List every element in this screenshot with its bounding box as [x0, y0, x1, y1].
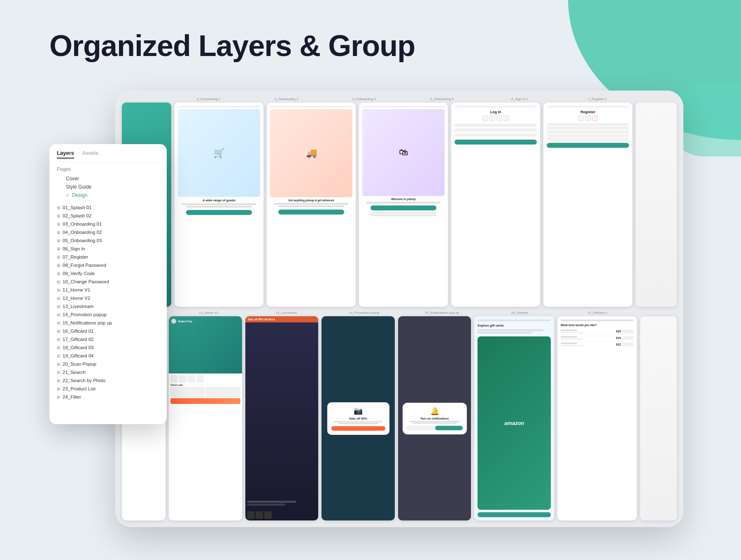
page-design-label: Design	[72, 192, 87, 198]
grid-icon: ⊞	[57, 329, 60, 334]
layers-panel: Layers Assets Pages Cover Style Guide ✓ …	[49, 144, 167, 424]
layer-item-label: 09_Verify Code	[63, 271, 95, 276]
label-signin: 6_Sign In 2	[482, 97, 557, 101]
layer-item[interactable]: ⊞ 19_Giftcard 04	[54, 352, 163, 360]
notif-title: Turn on notifications	[407, 417, 463, 420]
layer-item-label: 16_Giftcard 01	[63, 329, 93, 334]
grid-icon: ⊞	[57, 263, 60, 268]
layer-item-label: 14_Promotion popup	[63, 312, 107, 317]
label-onboarding3: 3_Onboarding 3	[249, 97, 324, 101]
layer-item[interactable]: ⊞ 20_Scan Popup	[54, 360, 163, 368]
layer-item[interactable]: ⊞ 24_Filter	[54, 393, 163, 401]
layer-item[interactable]: ⊞ 04_Onboarding 02	[54, 228, 163, 236]
label-onboarding5: 5_Onboarding 5	[405, 97, 479, 101]
grid-icon: ⊞	[57, 345, 60, 350]
layer-item-label: 04_Onboarding 02	[63, 230, 102, 235]
register-title: Register	[547, 110, 629, 114]
grid-icon: ⊞	[57, 387, 60, 391]
layer-item-label: 01_Splash 01	[63, 205, 91, 210]
page-item-cover[interactable]: Cover	[57, 175, 159, 183]
layer-item-label: 10_Change Password	[63, 279, 109, 284]
screen-partial-18	[640, 316, 677, 520]
layer-item[interactable]: ⊞ 10_Change Password	[54, 278, 163, 286]
grid-icon: ⊞	[57, 247, 60, 251]
layer-item[interactable]: ⊞ 01_Splash 01	[54, 203, 163, 212]
layer-item[interactable]: ⊞ 21_Search	[54, 368, 163, 376]
grid-icon: ⊞	[57, 255, 60, 259]
layer-item-label: 15_Notifications pop up	[63, 320, 112, 325]
livestream-header: Sale off 30% all items	[245, 316, 318, 322]
screen-onboarding4: 🛍 Welcome to pishop	[359, 103, 448, 307]
layer-item[interactable]: ⊞ 18_Giftcard 03	[54, 343, 163, 352]
notif-verify-btn	[435, 426, 463, 430]
onboarding3-title: Get anything pickup & get delivered	[270, 199, 352, 202]
layer-item-label: 03_Onboarding 01	[63, 222, 102, 226]
layer-item[interactable]: ⊞ 05_Onboarding 03	[54, 236, 163, 245]
screens-row2: Robert Fox Flash sale	[122, 316, 677, 520]
screen-livestream: Sale off 30% all items	[245, 316, 318, 520]
onboarding3-illustration: 🚚	[270, 109, 352, 197]
layer-item[interactable]: ⊞ 23_Product List	[54, 385, 163, 393]
layer-item-label: 20_Scan Popup	[63, 362, 96, 366]
layer-item[interactable]: ⊞ 17_Giftcard 02	[54, 335, 163, 343]
notif-maybe-btn	[407, 426, 434, 430]
grid-icon: ⊞	[57, 280, 60, 284]
page-item-styleguide[interactable]: Style Guide	[57, 183, 159, 191]
layer-item[interactable]: ⊞ 12_Home V2	[54, 294, 163, 302]
grid-icon: ⊞	[57, 354, 60, 358]
grid-icon: ⊞	[57, 222, 60, 226]
layer-item[interactable]: ⊞ 16_Giftcard 01	[54, 327, 163, 335]
label-livestream: 13_Livestream	[249, 311, 324, 315]
page-check-icon: ✓	[66, 193, 70, 198]
grid-icon: ⊞	[57, 296, 60, 301]
home-user-name: Robert Fox	[178, 320, 192, 323]
layer-item[interactable]: ⊞ 06_Sign In	[54, 245, 163, 253]
layers-tab-layers[interactable]: Layers	[57, 150, 74, 159]
label-giftcard3: 17_Giftcard 3	[560, 311, 635, 315]
page-styleguide-label: Style Guide	[66, 184, 91, 190]
label-giftcard: 16_Giftcard	[482, 311, 557, 315]
layer-item-label: 17_Giftcard 02	[63, 337, 93, 342]
grid-icon: ⊞	[57, 370, 60, 375]
layer-item[interactable]: ⊞ 08_Forgot Password	[54, 261, 163, 269]
notif-bell-icon: 🔔	[407, 407, 463, 416]
giftcard-title: Explore gift cards	[478, 324, 550, 327]
page-item-design[interactable]: ✓ Design	[57, 191, 159, 199]
giftcard-next-btn	[478, 512, 550, 517]
layers-pages-section: Pages Cover Style Guide ✓ Design	[49, 162, 167, 201]
layer-item[interactable]: ⊞ 22_Search by Photo	[54, 376, 163, 385]
layer-item-label: 19_Giftcard 04	[63, 353, 93, 358]
onboarding1-title: A wide range of goods	[178, 198, 260, 202]
layer-item[interactable]: ⊞ 07_Register	[54, 253, 163, 261]
layer-item[interactable]: ⊞ 13_Livestream	[54, 302, 163, 310]
layer-item-label: 13_Livestream	[63, 304, 93, 309]
onboarding4-title: Welcome to pishop	[362, 198, 445, 201]
onboarding1-illustration: 🛒	[178, 109, 260, 197]
onboarding4-illustration: 🛍	[362, 109, 445, 196]
giftcard3-price2: $19	[616, 336, 621, 339]
layer-item-label: 12_Home V2	[63, 296, 90, 301]
layer-item-label: 11_Home V1	[63, 287, 90, 292]
layer-item-label: 07_Register	[63, 254, 88, 259]
layer-item-label: 24_Filter	[63, 394, 81, 399]
page-title: Organized Layers & Group	[49, 29, 415, 63]
layer-item[interactable]: ⊞ 11_Home V1	[54, 286, 163, 294]
label-notifications: 15_Notifications pop up	[405, 311, 479, 315]
grid-icon: ⊞	[57, 313, 60, 317]
layers-tab-assets[interactable]: Assets	[82, 150, 98, 159]
screen-notifications: 🔔 Turn on notifications	[398, 316, 471, 520]
screen-onboarding1: 🛒 A wide range of goods	[175, 103, 263, 307]
layer-item-label: 06_Sign In	[63, 246, 85, 251]
layer-item-label: 21_Search	[63, 370, 86, 375]
layer-item[interactable]: ⊞ 03_Onboarding 01	[54, 220, 163, 228]
layer-item-label: 08_Forgot Password	[63, 263, 106, 268]
promo-title: Sale off 50%	[331, 417, 385, 420]
home-flash-title: Flash sale	[170, 384, 240, 386]
grid-icon: ⊞	[57, 304, 60, 309]
label-home-v2: 12_Home V2	[172, 311, 246, 315]
pages-section-title: Pages	[57, 166, 159, 172]
layer-item[interactable]: ⊞ 02_Splash 02	[54, 212, 163, 220]
layer-item[interactable]: ⊞ 14_Promotion popup	[54, 310, 163, 319]
layer-item[interactable]: ⊞ 09_Verify Code	[54, 269, 163, 278]
layer-item[interactable]: ⊞ 15_Notifications pop up	[54, 319, 163, 327]
